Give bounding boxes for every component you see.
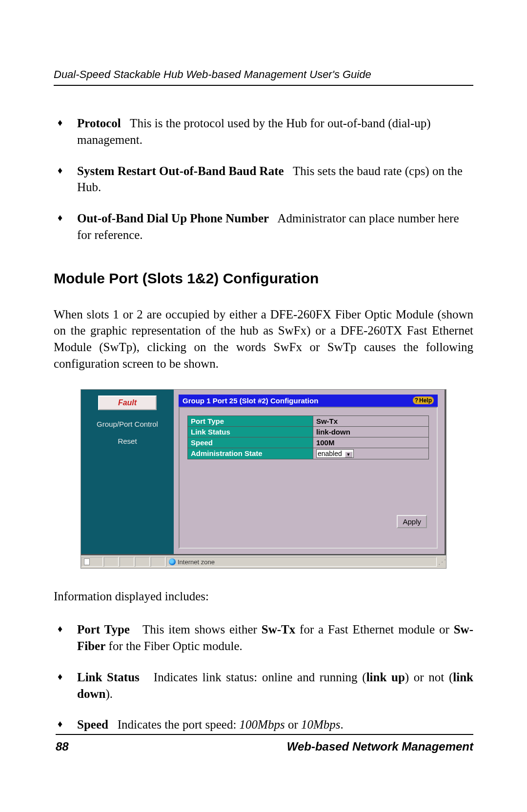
table-row: Link Status link-down (188, 426, 429, 437)
admin-state-dropdown[interactable]: enabled ▼ (316, 449, 354, 458)
bottom-bullet-list: Port Type This item shows either Sw-Tx f… (54, 621, 473, 733)
sidebar-item-group-port[interactable]: Group/Port Control (81, 420, 174, 428)
panel-title: Group 1 Port 25 (Slot #2) Configuration (182, 396, 318, 405)
config-screenshot: Fault Group/Port Control Reset Group 1 P… (81, 389, 446, 569)
bullet-item: Protocol This is the protocol used by th… (54, 115, 473, 148)
bullet-item: Speed Indicates the port speed: 100Mbps … (54, 716, 473, 733)
panel-titlebar: Group 1 Port 25 (Slot #2) Configuration … (179, 395, 438, 407)
bullet-term: Speed (77, 718, 108, 731)
page-footer: 88 Web-based Network Management (56, 734, 473, 753)
help-label: Help (419, 397, 432, 404)
status-bar: Internet zone ⋰ (81, 555, 446, 568)
resize-grip-icon: ⋰ (437, 558, 446, 566)
bullet-term: Port Type (77, 623, 130, 636)
chevron-down-icon: ▼ (345, 452, 352, 457)
intro-paragraph: When slots 1 or 2 are occupied by either… (54, 306, 473, 372)
main-panel: Group 1 Port 25 (Slot #2) Configuration … (174, 390, 445, 554)
row-value: Sw-Tx (313, 416, 428, 426)
bullet-item: System Restart Out-of-Band Baud Rate Thi… (54, 163, 473, 196)
bullet-term: Protocol (77, 117, 121, 130)
bullet-item: Link Status Indicates link status: onlin… (54, 669, 473, 702)
row-label: Link Status (188, 426, 313, 437)
row-value: 100M (313, 437, 428, 448)
bullet-term: Out-of-Band Dial Up Phone Number (77, 212, 269, 225)
row-label: Port Type (188, 416, 313, 426)
table-row: Port Type Sw-Tx (188, 416, 429, 426)
footer-title: Web-based Network Management (287, 740, 473, 753)
bullet-item: Port Type This item shows either Sw-Tx f… (54, 621, 473, 654)
table-row: Administration State enabled ▼ (188, 448, 429, 459)
bullet-term: System Restart Out-of-Band Baud Rate (77, 164, 284, 178)
row-label: Administration State (188, 448, 313, 459)
apply-button[interactable]: Apply (397, 515, 427, 528)
page-number: 88 (56, 740, 69, 753)
status-zone-text: Internet zone (178, 558, 215, 566)
ie-icon (169, 558, 176, 565)
content-box: Port Type Sw-Tx Link Status link-down Sp… (179, 407, 438, 549)
sidebar: Fault Group/Port Control Reset (81, 390, 174, 554)
section-heading: Module Port (Slots 1&2) Configuration (54, 270, 473, 287)
row-value: link-down (313, 426, 428, 437)
config-table: Port Type Sw-Tx Link Status link-down Sp… (187, 416, 429, 459)
status-segment (120, 557, 134, 567)
help-button[interactable]: ?Help (413, 396, 434, 404)
status-segment (135, 557, 150, 567)
status-segment (104, 557, 119, 567)
status-doc-icon (81, 557, 103, 567)
bullet-term: Link Status (77, 671, 140, 684)
running-header: Dual-Speed Stackable Hub Web-based Manag… (54, 68, 473, 86)
sidebar-item-reset[interactable]: Reset (81, 437, 174, 445)
info-intro: Information displayed includes: (54, 588, 473, 605)
status-zone: Internet zone (166, 557, 437, 567)
dropdown-value: enabled (318, 450, 342, 457)
fault-button[interactable]: Fault (98, 396, 157, 410)
top-bullet-list: Protocol This is the protocol used by th… (54, 115, 473, 243)
row-label: Speed (188, 437, 313, 448)
bullet-item: Out-of-Band Dial Up Phone Number Adminis… (54, 210, 473, 243)
bullet-desc: This is the protocol used by the Hub for… (77, 117, 431, 146)
table-row: Speed 100M (188, 437, 429, 448)
help-icon: ? (415, 397, 418, 404)
row-value-dropdown: enabled ▼ (313, 448, 428, 459)
status-segment (151, 557, 165, 567)
